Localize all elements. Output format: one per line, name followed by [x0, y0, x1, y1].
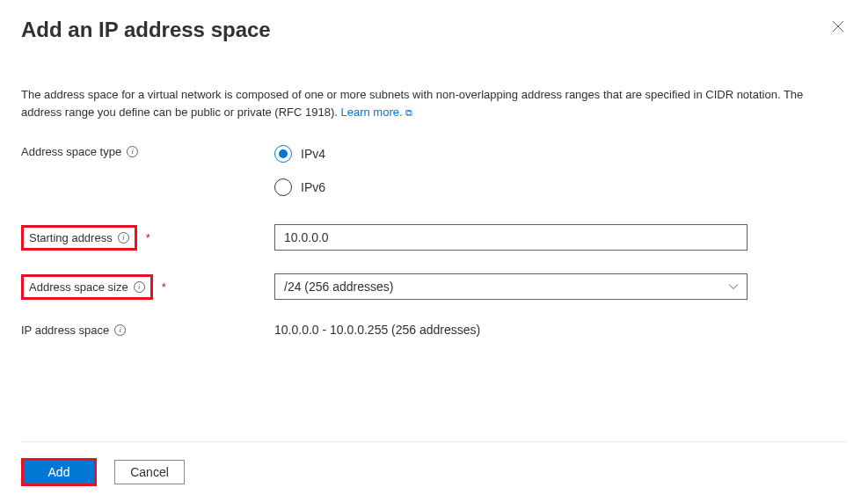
required-asterisk: *: [162, 280, 166, 294]
learn-more-link[interactable]: Learn more. ⧉: [340, 105, 412, 119]
address-space-type-radio-group: IPv4 IPv6: [274, 145, 748, 196]
select-value: /24 (256 addresses): [284, 280, 394, 294]
description-text: The address space for a virtual network …: [21, 86, 830, 120]
row-ip-address-space: IP address space i 10.0.0.0 - 10.0.0.255…: [21, 323, 847, 337]
info-icon[interactable]: i: [134, 281, 145, 293]
highlight-add-button: Add: [21, 458, 97, 486]
label-address-space-size: Address space size: [29, 280, 128, 294]
label-starting-address: Starting address: [29, 231, 113, 244]
radio-circle-icon: [274, 145, 292, 163]
close-button[interactable]: [829, 18, 847, 35]
learn-more-label: Learn more.: [340, 105, 402, 119]
close-icon: [832, 20, 844, 33]
info-icon[interactable]: i: [118, 232, 129, 244]
footer-divider: [21, 441, 847, 442]
starting-address-input[interactable]: [274, 224, 748, 251]
address-space-size-select[interactable]: /24 (256 addresses): [274, 273, 748, 300]
highlight-address-space-size: Address space size i: [21, 274, 153, 300]
info-icon[interactable]: i: [114, 324, 126, 336]
required-asterisk: *: [146, 231, 150, 244]
row-address-space-size: Address space size i * /24 (256 addresse…: [21, 273, 847, 300]
page-title: Add an IP address space: [21, 18, 271, 42]
radio-ipv6-label: IPv6: [301, 180, 325, 194]
label-address-space-type: Address space type: [21, 145, 121, 158]
footer: Add Cancel: [21, 441, 847, 486]
external-link-icon: ⧉: [405, 107, 412, 118]
add-button[interactable]: Add: [24, 461, 94, 484]
info-icon[interactable]: i: [127, 146, 138, 157]
radio-ipv4[interactable]: IPv4: [274, 145, 748, 163]
radio-ipv4-label: IPv4: [301, 147, 325, 161]
row-address-space-type: Address space type i IPv4 IPv6: [21, 145, 847, 196]
label-ip-address-space: IP address space: [21, 324, 109, 337]
row-starting-address: Starting address i *: [21, 224, 847, 251]
ip-address-space-value: 10.0.0.0 - 10.0.0.255 (256 addresses): [274, 323, 480, 337]
radio-ipv6[interactable]: IPv6: [274, 178, 748, 196]
highlight-starting-address: Starting address i: [21, 225, 137, 251]
cancel-button[interactable]: Cancel: [114, 460, 185, 484]
radio-circle-icon: [274, 178, 292, 196]
